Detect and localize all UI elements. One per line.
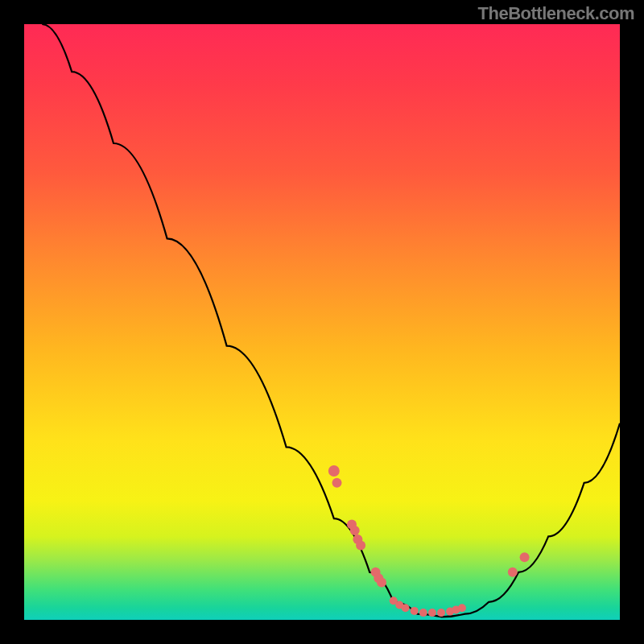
marker-dot [377,577,386,587]
marker-dot [328,465,340,477]
marker-dot [350,526,360,535]
marker-dot [419,609,427,617]
chart-svg [24,24,620,620]
watermark-text: TheBottleneck.com [478,3,634,24]
plot-area [24,24,620,620]
marker-dot [437,609,445,617]
marker-dot [356,541,365,551]
marker-dot [332,478,342,488]
chart-container: TheBottleneck.com [0,0,644,644]
bottleneck-curve [42,24,620,617]
marker-dot [508,568,518,577]
marker-group [328,465,530,617]
marker-dot [520,552,530,562]
marker-dot [411,607,419,615]
marker-dot [458,604,466,612]
marker-dot [428,609,436,617]
marker-dot [402,604,410,612]
